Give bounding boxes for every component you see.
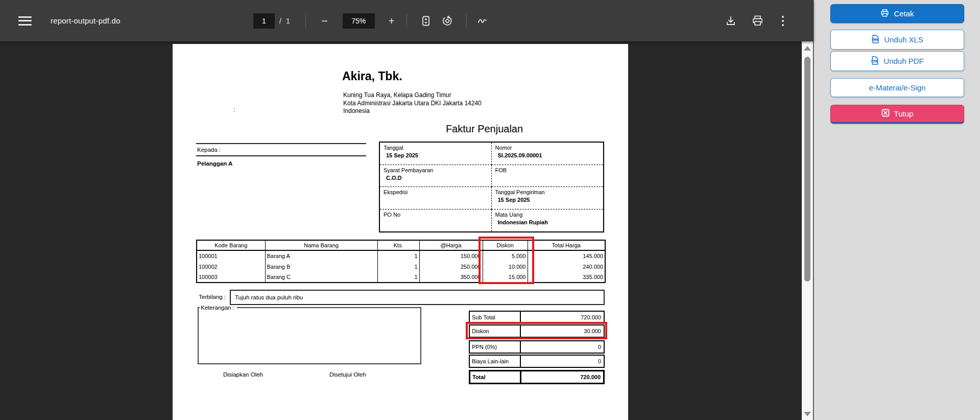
scrollbar-thumb[interactable] (804, 57, 810, 282)
more-options-icon[interactable] (779, 15, 787, 27)
toolbar-divider (466, 14, 467, 28)
address-line: Indonesia (343, 107, 482, 115)
page-total: 1 (286, 17, 290, 25)
printer-icon (880, 9, 889, 19)
company-name: Akira, Tbk. (342, 69, 402, 83)
e-materai-e-sign-button[interactable]: e-Materai/e-Sign (830, 78, 964, 97)
col-header: Total Harga (528, 240, 605, 250)
zoom-level-input[interactable]: 75% (343, 13, 375, 29)
address-line: Kuning Tua Raya, Kelapa Gading Timur (343, 91, 482, 100)
table-row: 100001 Barang A 1 150.000 5.000 145.000 (197, 250, 605, 261)
scroll-up-arrow-icon[interactable] (804, 46, 811, 51)
file-pdf-icon: PDF (871, 56, 879, 66)
col-header: Kts. (377, 240, 419, 250)
items-table: Kode Barang Nama Barang Kts. @Harga Disk… (196, 240, 606, 283)
menu-icon[interactable] (18, 16, 32, 26)
info-cell-nomor: Nomor SI.2025.09.00001 (492, 143, 604, 165)
company-address: Kuning Tua Raya, Kelapa Gading Timur Kot… (343, 91, 482, 115)
info-cell-mata-uang: Mata Uang Indonesian Rupiah (492, 209, 604, 232)
zoom-out-button[interactable]: − (319, 15, 330, 27)
file-xls-icon: XLS (871, 35, 879, 45)
print-icon[interactable] (752, 15, 763, 27)
invoice-page: Akira, Tbk. Kuning Tua Raya, Kelapa Gadi… (173, 44, 628, 420)
unduh-pdf-button[interactable]: PDF Unduh PDF (830, 51, 964, 71)
svg-text:XLS: XLS (873, 38, 877, 41)
keterangan-label: Keterangan : (200, 305, 237, 311)
col-header: Nama Barang (265, 240, 377, 250)
table-row: 100002 Barang B 1 250.000 10.000 240.000 (197, 261, 605, 272)
items-header-row: Kode Barang Nama Barang Kts. @Harga Disk… (197, 240, 605, 250)
zoom-in-button[interactable]: + (386, 15, 397, 27)
keterangan-box: Keterangan : (198, 305, 421, 364)
kepada-block: Kepada : Pelanggan A (196, 143, 366, 167)
signature-label-disetujui: Disetujui Oleh (329, 371, 366, 378)
biaya-lain-row: Biaya Lain-lain 0 (469, 355, 605, 368)
page-separator: / (279, 17, 281, 25)
diskon-column-highlight (479, 237, 534, 284)
scroll-down-arrow-icon[interactable] (804, 412, 811, 416)
svg-text:PDF: PDF (872, 60, 877, 62)
empty-field-colon: : (233, 106, 235, 113)
pdf-toolbar: report-output-pdf.do 1 / 1 − 75% + (0, 0, 814, 41)
toolbar-divider (305, 14, 306, 28)
close-box-icon (881, 109, 890, 119)
diskon-total-highlight (466, 322, 607, 339)
fit-to-page-icon[interactable] (420, 15, 432, 27)
page-number-input[interactable]: 1 (253, 13, 275, 29)
total-row: Total 720.000 (469, 370, 605, 384)
info-cell-tanggal: Tanggal 15 Sep 2025 (380, 143, 492, 165)
document-title: report-output-pdf.do (51, 16, 121, 25)
signature-label-disiapkan: Disiapkan Oleh (223, 371, 263, 378)
cetak-button[interactable]: Cetak (830, 4, 964, 23)
col-header: @Harga (419, 240, 483, 250)
terbilang-value-box: Tujuh ratus dua puluh ribu (230, 290, 605, 305)
invoice-title: Faktur Penjualan (372, 123, 597, 135)
vertical-scrollbar[interactable] (802, 41, 813, 420)
info-cell-fob: FOB (492, 165, 604, 188)
toolbar-divider (407, 14, 407, 28)
terbilang-label: Terbilang : (199, 294, 226, 300)
pdf-viewer: report-output-pdf.do 1 / 1 − 75% + (0, 0, 814, 420)
customer-name: Pelanggan A (196, 156, 366, 167)
table-row: 100003 Barang C 1 350.000 15.000 335.000 (197, 272, 605, 283)
invoice-info-grid: Tanggal 15 Sep 2025 Nomor SI.2025.09.000… (379, 142, 604, 232)
tutup-button[interactable]: Tutup (830, 105, 964, 124)
unduh-xls-button[interactable]: XLS Unduh XLS (830, 30, 964, 50)
info-cell-po-no: PO No (380, 209, 492, 232)
col-header: Kode Barang (197, 240, 265, 250)
download-icon[interactable] (725, 15, 736, 27)
action-sidebar: Cetak XLS Unduh XLS PDF Unduh PDF e-Mate… (814, 0, 980, 420)
address-line: Kota Administrasi Jakarta Utara DKI Jaka… (343, 100, 482, 108)
draw-annotation-icon[interactable] (477, 15, 488, 27)
info-cell-syarat-pembayaran: Syarat Pembayaran C.O.D (380, 165, 492, 188)
info-cell-tanggal-pengiriman: Tanggal Pengiriman 15 Sep 2025 (492, 187, 604, 209)
kepada-label: Kepada : (196, 144, 366, 155)
info-cell-ekspedisi: Ekspedisi (380, 187, 492, 209)
ppn-row: PPN (0%) 0 (469, 340, 605, 354)
rotate-icon[interactable] (442, 15, 453, 27)
